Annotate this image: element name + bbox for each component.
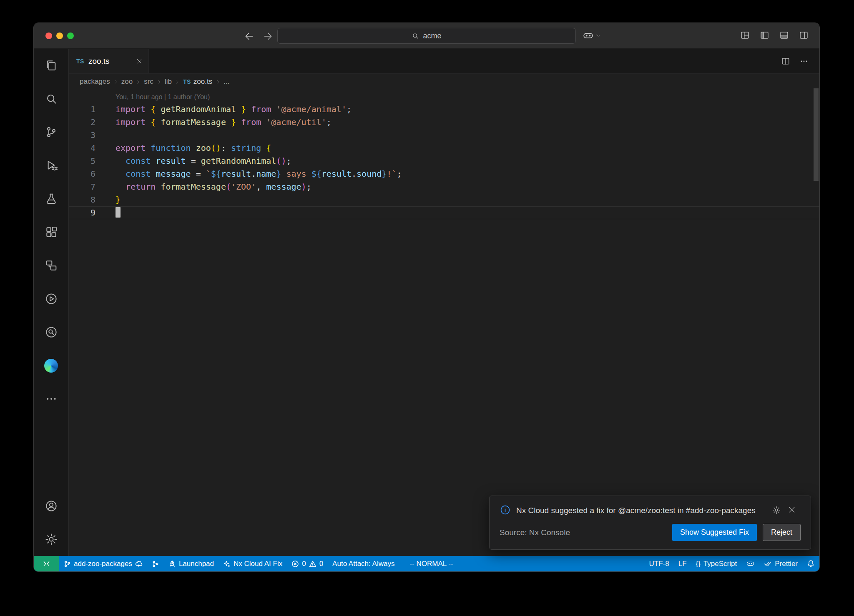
editor-group: TS zoo.ts packages zoo src lib — [69, 49, 819, 556]
line-number: 1 — [69, 103, 95, 116]
branch-icon — [63, 560, 71, 568]
line-number: 8 — [69, 193, 95, 206]
warning-icon — [309, 560, 316, 568]
line-number: 4 — [69, 142, 95, 155]
status-bar: add-zoo-packages Launchpad Nx Cloud AI F… — [34, 556, 819, 571]
split-editor-icon[interactable] — [781, 57, 790, 66]
language-mode-status[interactable]: {} TypeScript — [691, 556, 742, 571]
branch-status[interactable]: add-zoo-packages — [59, 556, 147, 571]
error-count: 0 — [302, 560, 306, 568]
double-check-icon — [764, 560, 772, 568]
zoom-window-button[interactable] — [67, 33, 74, 39]
source-control-icon — [45, 125, 58, 139]
arrow-right-icon — [262, 31, 273, 42]
settings-gear-icon — [45, 533, 58, 546]
breadcrumb-item-zoo[interactable]: zoo — [121, 78, 133, 86]
breadcrumb-item-symbol[interactable]: ... — [224, 78, 229, 86]
chevron-right-icon — [113, 79, 118, 85]
notification-close-icon[interactable] — [788, 506, 796, 514]
customize-layout-icon[interactable] — [740, 30, 750, 40]
activity-remote-explorer[interactable] — [34, 249, 69, 282]
line-number: 9 — [69, 206, 95, 219]
toggle-secondary-sidebar-icon[interactable] — [799, 30, 809, 40]
titlebar: acme — [34, 23, 819, 49]
notification-settings-gear-icon[interactable] — [772, 506, 781, 515]
code-line-4[interactable]: 4export function zoo(): string { — [69, 142, 819, 155]
scrollbar-thumb[interactable] — [814, 88, 819, 181]
files-icon — [45, 59, 58, 72]
close-icon — [136, 58, 143, 65]
copilot-status[interactable] — [741, 556, 759, 571]
vim-block-cursor — [116, 207, 121, 218]
toggle-panel-icon[interactable] — [779, 30, 789, 40]
activity-testing[interactable] — [34, 182, 69, 215]
tab-bar: TS zoo.ts — [69, 49, 819, 74]
titlebar-layout-controls — [740, 30, 809, 40]
activity-settings[interactable] — [34, 523, 69, 556]
prettier-status[interactable]: Prettier — [759, 556, 802, 571]
minimize-window-button[interactable] — [56, 33, 63, 39]
line-number: 6 — [69, 168, 95, 180]
encoding-status[interactable]: UTF-8 — [645, 556, 674, 571]
breadcrumb-item-lib[interactable]: lib — [165, 78, 172, 86]
close-window-button[interactable] — [45, 33, 52, 39]
activity-explorer[interactable] — [34, 49, 69, 82]
breadcrumb: packages zoo src lib TS zoo.ts ... — [69, 74, 819, 90]
code-line-7[interactable]: 7 return formatMessage('ZOO', message); — [69, 180, 819, 193]
rocket-icon — [168, 560, 176, 568]
vim-mode-status[interactable]: -- NORMAL -- — [405, 556, 457, 571]
activity-extensions[interactable] — [34, 215, 69, 249]
command-center-search[interactable]: acme — [277, 28, 576, 44]
tab-close-button[interactable] — [136, 58, 143, 65]
notifications-bell[interactable] — [802, 556, 819, 571]
launchpad-button[interactable]: Launchpad — [164, 556, 219, 571]
code-line-9[interactable]: 9 — [69, 206, 819, 219]
copilot-menu-button[interactable] — [583, 30, 601, 41]
code-line-6[interactable]: 6 const message = `${result.name} says $… — [69, 168, 819, 180]
ai-sparkle-icon — [223, 560, 231, 568]
notification-toast: Nx Cloud suggested a fix for @acme/zoo:t… — [489, 496, 811, 550]
code-line-2[interactable]: 2import { formatMessage } from '@acme/ut… — [69, 116, 819, 129]
code-line-5[interactable]: 5 const result = getRandomAnimal(); — [69, 155, 819, 168]
activity-edge-devtools[interactable] — [34, 349, 69, 382]
code-line-1[interactable]: 1import { getRandomAnimal } from '@acme/… — [69, 103, 819, 116]
forward-button[interactable] — [261, 30, 275, 43]
error-icon — [291, 560, 299, 568]
tab-zoo-ts[interactable]: TS zoo.ts — [69, 49, 149, 73]
breadcrumb-item-src[interactable]: src — [144, 78, 153, 86]
code-line-8[interactable]: 8} — [69, 193, 819, 206]
activity-search[interactable] — [34, 82, 69, 115]
chevron-down-icon — [595, 33, 601, 38]
activity-run-circle[interactable] — [34, 282, 69, 316]
commit-graph-button[interactable] — [147, 556, 164, 571]
code-editor[interactable]: You, 1 hour ago | 1 author (You) 1import… — [69, 90, 819, 556]
back-button[interactable] — [242, 30, 256, 43]
nx-cloud-ai-fix-button[interactable]: Nx Cloud AI Fix — [219, 556, 287, 571]
copilot-icon — [746, 559, 755, 568]
activity-run-debug[interactable] — [34, 149, 69, 182]
remote-indicator[interactable] — [34, 556, 59, 571]
reject-button[interactable]: Reject — [763, 524, 801, 541]
auto-attach-status[interactable]: Auto Attach: Always — [328, 556, 399, 571]
breadcrumb-item-file[interactable]: TS zoo.ts — [183, 78, 212, 86]
chevron-right-icon — [136, 79, 141, 85]
code-line-3[interactable]: 3 — [69, 129, 819, 142]
eol-status[interactable]: LF — [674, 556, 691, 571]
line-number: 5 — [69, 155, 95, 168]
show-suggested-fix-button[interactable]: Show Suggested Fix — [672, 524, 757, 541]
breadcrumb-item-packages[interactable]: packages — [80, 78, 110, 86]
activity-source-control[interactable] — [34, 115, 69, 149]
chevron-right-icon — [156, 79, 162, 85]
beaker-icon — [45, 192, 58, 205]
activity-inspect[interactable] — [34, 316, 69, 349]
ts-file-icon: TS — [183, 78, 191, 85]
toggle-sidebar-icon[interactable] — [760, 30, 769, 40]
vscode-window: acme — [33, 23, 820, 572]
problems-status[interactable]: 0 0 — [287, 556, 328, 571]
cloud-upload-icon — [135, 560, 143, 568]
editor-more-actions-icon[interactable] — [799, 57, 809, 66]
blame-annotation: You, 1 hour ago | 1 author (You) — [116, 91, 819, 103]
activity-more-views[interactable] — [34, 382, 69, 416]
statusbar-right: UTF-8 LF {} TypeScript Prettier — [645, 556, 819, 571]
activity-account[interactable] — [34, 489, 69, 523]
